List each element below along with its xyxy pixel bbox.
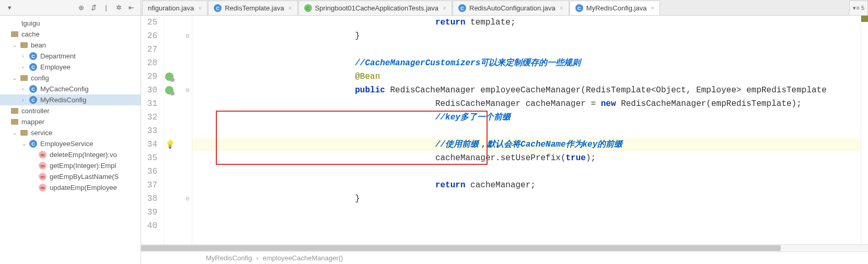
- breadcrumb[interactable]: MyRedisConfig › employeeCacheManager(): [141, 251, 868, 264]
- code-content[interactable]: return template; } //CacheManagerCustomi…: [192, 16, 861, 244]
- code-line[interactable]: RedisCacheManager cacheManager = new Red…: [192, 97, 861, 111]
- gutter-marker-row: ⊖: [164, 192, 192, 206]
- spring-bean-icon[interactable]: [165, 86, 173, 94]
- chevron-icon[interactable]: ⌄: [13, 42, 19, 48]
- fold-icon[interactable]: ⊖: [186, 195, 190, 203]
- code-line[interactable]: }: [192, 192, 861, 206]
- breadcrumb-method[interactable]: employeeCacheManager(): [261, 254, 345, 262]
- line-number[interactable]: 29: [141, 70, 157, 83]
- tree-item-department[interactable]: ›CDepartment: [0, 51, 141, 62]
- tree-item-bean[interactable]: ⌄bean: [0, 40, 141, 51]
- tree-item-tguigu[interactable]: tguigu: [0, 18, 141, 29]
- line-number[interactable]: 28: [141, 56, 157, 70]
- line-number[interactable]: 35: [141, 151, 157, 165]
- chevron-icon[interactable]: ›: [22, 64, 28, 70]
- code-line[interactable]: }: [192, 29, 861, 43]
- tab-nfiguration-java[interactable]: nfiguration.java×: [142, 1, 207, 15]
- tab-redisautoconfiguration-java[interactable]: CRedisAutoConfiguration.java×: [453, 1, 569, 15]
- gutter-marker-row: [164, 97, 192, 111]
- line-number[interactable]: 27: [141, 43, 157, 56]
- collapse-icon[interactable]: ⇤: [127, 4, 135, 12]
- chevron-icon[interactable]: ›: [22, 97, 28, 103]
- editor-right-rail[interactable]: [861, 16, 868, 244]
- intention-bulb-icon[interactable]: 💡: [165, 140, 175, 150]
- close-icon[interactable]: ×: [443, 5, 446, 12]
- line-number[interactable]: 26: [141, 29, 157, 43]
- inspection-indicator[interactable]: [861, 16, 868, 22]
- line-number[interactable]: 39: [141, 206, 157, 219]
- tree-item-controller[interactable]: controller: [0, 105, 141, 116]
- tree-item-myredisconfig[interactable]: ›CMyRedisConfig: [0, 94, 141, 105]
- tree-item-getempbylastname-s[interactable]: mgetEmpByLastName(S: [0, 171, 141, 182]
- code-line[interactable]: [192, 206, 861, 219]
- tree-item-config[interactable]: ⌄config: [0, 73, 141, 83]
- line-number[interactable]: 34: [141, 138, 157, 151]
- gear-icon[interactable]: ✲: [114, 4, 123, 12]
- fold-icon[interactable]: ⊖: [186, 86, 190, 94]
- tree-item-getemp-integer-empl[interactable]: mgetEmp(Integer):Empl: [0, 160, 141, 171]
- horizontal-scrollbar[interactable]: [141, 244, 868, 251]
- gutter-marker-row: 💡: [164, 138, 192, 151]
- close-icon[interactable]: ×: [288, 5, 292, 12]
- code-line[interactable]: cacheManager.setUsePrefix(true);: [192, 151, 861, 165]
- method-icon: m: [39, 162, 47, 170]
- class-icon: C: [29, 52, 37, 60]
- line-number[interactable]: 40: [141, 219, 157, 233]
- breadcrumb-class[interactable]: MyRedisConfig: [204, 254, 254, 262]
- tree-label: bean: [31, 41, 46, 49]
- split-icon[interactable]: ⇵: [89, 4, 98, 12]
- tree-item-employee[interactable]: ›CEmployee: [0, 62, 141, 73]
- tree-item-mapper[interactable]: mapper: [0, 116, 141, 127]
- code-line[interactable]: public RedisCacheManager employeeCacheMa…: [192, 83, 861, 97]
- chevron-icon[interactable]: ⌄: [13, 130, 19, 136]
- tree-item-mycacheconfig[interactable]: ›CMyCacheConfig: [0, 83, 141, 94]
- line-number[interactable]: 36: [141, 165, 157, 178]
- spring-bean-icon[interactable]: [165, 73, 173, 81]
- chevron-icon[interactable]: ⌄: [13, 75, 19, 81]
- dropdown-icon[interactable]: ▾: [5, 4, 14, 12]
- code-line[interactable]: @Bean: [192, 70, 861, 83]
- chevron-icon[interactable]: ›: [22, 86, 28, 92]
- tree-item-deleteemp-integer-vo[interactable]: mdeleteEmp(Integer):vo: [0, 149, 141, 160]
- line-number[interactable]: 38: [141, 192, 157, 206]
- code-line[interactable]: return cacheManager;: [192, 178, 861, 192]
- close-icon[interactable]: ×: [198, 5, 202, 12]
- close-icon[interactable]: ×: [651, 5, 654, 12]
- tab-myredisconfig-java[interactable]: CMyRedisConfig.java×: [570, 1, 661, 15]
- line-number[interactable]: 32: [141, 111, 157, 124]
- tab-overflow-button[interactable]: ▾≡ 5: [849, 1, 868, 15]
- chevron-icon[interactable]: ⌄: [22, 141, 28, 147]
- class-icon: C: [575, 4, 583, 12]
- class-icon: C: [29, 140, 37, 148]
- line-number[interactable]: 30: [141, 83, 157, 97]
- line-number[interactable]: 31: [141, 97, 157, 111]
- code-line[interactable]: [192, 219, 861, 233]
- code-line[interactable]: [192, 165, 861, 178]
- chevron-icon[interactable]: ›: [22, 53, 28, 59]
- code-line[interactable]: [192, 43, 861, 56]
- code-line[interactable]: //使用前缀，默认会将CacheName作为key的前缀: [192, 138, 861, 151]
- fold-icon[interactable]: ⊖: [186, 32, 190, 40]
- method-icon: m: [39, 151, 47, 159]
- code-line[interactable]: //key多了一个前缀: [192, 111, 861, 124]
- project-toolbar: ▾ ⊕ ⇵ | ✲ ⇤: [0, 0, 141, 15]
- tab-redistemplate-java[interactable]: CRedisTemplate.java×: [208, 1, 297, 15]
- tree-item-employeeservice[interactable]: ⌄CEmployeeService: [0, 138, 141, 149]
- line-number[interactable]: 37: [141, 178, 157, 192]
- tree-label: MyRedisConfig: [40, 96, 86, 104]
- close-icon[interactable]: ×: [560, 5, 563, 12]
- tree-item-updateemp-employee[interactable]: mupdateEmp(Employee: [0, 182, 141, 193]
- target-icon[interactable]: ⊕: [77, 4, 85, 12]
- line-number[interactable]: 25: [141, 16, 157, 29]
- tree-label: controller: [21, 107, 49, 115]
- code-line[interactable]: return template;: [192, 16, 861, 29]
- scrollbar-thumb[interactable]: [141, 245, 781, 251]
- project-tree[interactable]: tguigucache⌄bean›CDepartment›CEmployee⌄c…: [0, 16, 141, 264]
- code-line[interactable]: //CacheManagerCustomizers可以来定制缓存的一些规则: [192, 56, 861, 70]
- tab-springboot01cacheapplicationtests-java[interactable]: CSpringboot01CacheApplicationTests.java×: [298, 1, 452, 15]
- code-line[interactable]: [192, 124, 861, 138]
- tree-item-service[interactable]: ⌄service: [0, 127, 141, 138]
- editor-markers: ⊖⊖💡⊖: [164, 16, 192, 244]
- tree-item-cache[interactable]: cache: [0, 29, 141, 40]
- line-number[interactable]: 33: [141, 124, 157, 138]
